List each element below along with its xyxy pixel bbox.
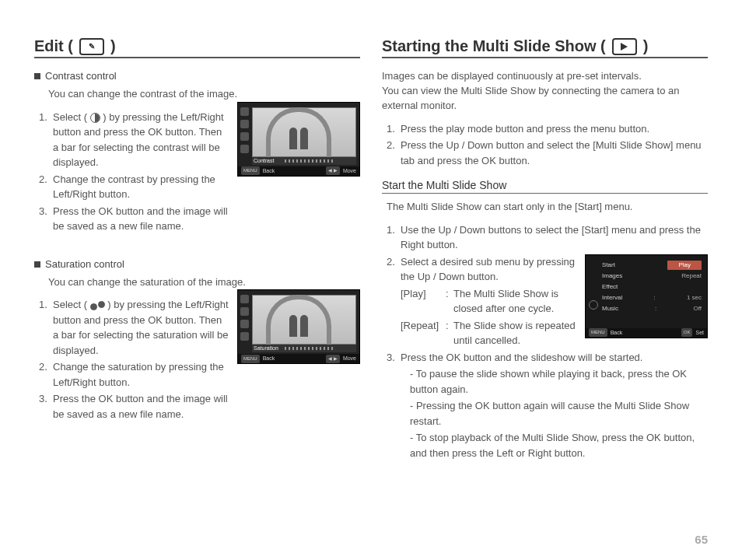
- edit-heading: Edit ( ✎ ): [34, 37, 360, 58]
- play-icon: [612, 38, 637, 55]
- square-bullet-icon: [34, 261, 40, 268]
- slideshow-intro: Images can be displayed continuously at …: [382, 69, 708, 114]
- slideshow-heading: Starting the Multi Slide Show ( ): [382, 37, 708, 58]
- edit-icon: ✎: [79, 38, 104, 55]
- left-column: Edit ( ✎ ) Contrast control You can chan…: [34, 37, 360, 462]
- start-subheading: Start the Multi Slide Show: [382, 179, 708, 194]
- start-steps: 1.Use the Up / Down buttons to select th…: [387, 222, 708, 461]
- slideshow-top-steps: 1.Press the play mode button and press t…: [387, 121, 708, 169]
- contrast-subheading: Contrast control: [34, 69, 360, 84]
- menu-back-button: MENU: [241, 355, 260, 363]
- square-bullet-icon: [34, 73, 40, 79]
- start-note: The Multi Slide Show can start only in t…: [387, 200, 708, 215]
- saturation-steps: 1.Select ( ) by pressing the Left/Right …: [39, 297, 229, 422]
- contrast-screenshot: Contrast MENU Back ◀ ▶ Move: [237, 102, 360, 177]
- saturation-subheading: Saturation control: [34, 257, 360, 272]
- saturation-screenshot: Saturation MENU Back ◀ ▶ Move: [237, 289, 360, 364]
- contrast-steps: 1.Select ( ) by pressing the Left/Right …: [39, 110, 229, 234]
- menu-back-button: MENU: [589, 328, 607, 337]
- contrast-desc: You can change the contrast of the image…: [48, 87, 360, 102]
- saturation-icon: [90, 301, 105, 310]
- contrast-icon: [90, 113, 100, 123]
- move-button: ◀ ▶: [326, 166, 340, 175]
- move-button: ◀ ▶: [326, 355, 340, 363]
- right-column: Starting the Multi Slide Show ( ) Images…: [382, 37, 708, 462]
- ok-set-button: OK: [681, 328, 693, 337]
- page-number: 65: [695, 533, 708, 546]
- start-menu-screenshot: StartPlay ImagesRepeat Effect Interval:1…: [585, 254, 708, 338]
- manual-page: Edit ( ✎ ) Contrast control You can chan…: [0, 0, 742, 560]
- slideshow-tab-icon: [589, 300, 598, 310]
- menu-back-button: MENU: [241, 166, 260, 175]
- saturation-desc: You can change the saturation of the ima…: [48, 275, 360, 290]
